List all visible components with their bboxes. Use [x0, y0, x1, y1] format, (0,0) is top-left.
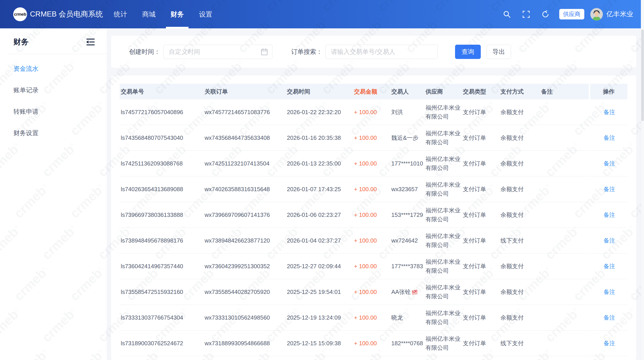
sidebar: 财务 资金流水 账单记录 转账申请 财务设置 — [0, 28, 107, 360]
nav-item-statistics[interactable]: 统计 — [109, 0, 132, 28]
table-row: ls743568480707543040wx743568464735633408… — [120, 125, 628, 151]
nav-item-finance[interactable]: 财务 — [166, 0, 188, 28]
transaction-id-cell: ls736042414967357440 — [120, 263, 204, 270]
fullscreen-icon[interactable] — [522, 10, 530, 18]
scrollbar-thumb[interactable] — [641, 29, 644, 121]
table-row: ls733313037766754304wx733313010562498560… — [120, 305, 628, 331]
table-row: ls735585472515932160wx735585440282705920… — [120, 279, 628, 305]
trader-cell: 182****0768 — [390, 340, 424, 347]
amount-cell: + 100.00 — [353, 186, 390, 193]
remark-action-link[interactable]: 备注 — [604, 314, 615, 322]
transaction-type-cell: 支付订单 — [462, 262, 499, 270]
trader-cell: AA张铨100 — [390, 288, 424, 296]
page-scrollbar[interactable] — [641, 0, 644, 360]
nav-item-settings[interactable]: 设置 — [194, 0, 217, 28]
amount-cell: + 100.00 — [353, 340, 390, 347]
transaction-id-cell: ls733313037766754304 — [120, 314, 204, 321]
payment-method-cell: 余额支付 — [499, 211, 540, 219]
related-order-cell: wx736042399251300352 — [204, 263, 286, 270]
transaction-type-cell: 支付订单 — [462, 108, 499, 116]
action-cell: 备注 — [590, 331, 628, 356]
remark-action-link[interactable]: 备注 — [604, 237, 615, 245]
amount-cell: + 100.00 — [353, 237, 390, 244]
payment-method-cell: 余额支付 — [499, 108, 540, 116]
supplier-cell: 福州亿丰米业有限公司 — [424, 334, 462, 352]
table-row: ls731890030762524672wx731889930954866688… — [120, 331, 628, 356]
username[interactable]: 亿丰米业 — [606, 9, 633, 19]
remark-action-link[interactable]: 备注 — [604, 288, 615, 296]
amount-cell: + 100.00 — [353, 263, 390, 270]
transaction-time-cell: 2025-12-15 15:09:38 — [286, 340, 353, 347]
transaction-id-cell: ls739669738036133888 — [120, 211, 204, 218]
search-icon[interactable] — [503, 10, 511, 18]
sidebar-item-finance-settings[interactable]: 财务设置 — [0, 122, 107, 144]
transactions-table: 交易单号 关联订单 交易时间 交易金额 交易人 供应商 交易类型 支付方式 备注… — [111, 75, 636, 360]
transaction-time-cell: 2026-01-16 20:35:38 — [286, 135, 353, 141]
sidebar-item-bill-records[interactable]: 账单记录 — [0, 79, 107, 101]
table-row: ls740263654313689088wx740263588316315648… — [120, 177, 628, 202]
col-header-type: 交易类型 — [462, 88, 499, 96]
payment-method-cell: 余额支付 — [499, 160, 540, 168]
supplier-cell: 福州亿丰米业有限公司 — [424, 206, 462, 224]
date-range-input[interactable]: 自定义时间 — [164, 45, 272, 59]
refresh-icon[interactable] — [541, 10, 550, 18]
trader-cell: 153****1729 — [390, 211, 424, 218]
related-order-cell: wx743568464735633408 — [204, 135, 286, 141]
create-time-label: 创建时间： — [129, 48, 160, 56]
menu-fold-icon[interactable] — [86, 38, 95, 45]
trader-cell: wx323657 — [390, 186, 424, 193]
supplier-cell: 福州亿丰米业有限公司 — [424, 155, 462, 173]
payment-method-cell: 线下支付 — [499, 340, 540, 347]
avatar[interactable] — [590, 8, 603, 20]
supplier-role-badge[interactable]: 供应商 — [559, 9, 584, 19]
transaction-type-cell: 支付订单 — [462, 185, 499, 193]
related-order-cell: wx731889930954866688 — [204, 340, 286, 347]
app-logo-text: crmeb — [14, 12, 26, 17]
transaction-time-cell: 2025-12-25 19:54:01 — [286, 289, 353, 295]
transaction-id-cell: ls731890030762524672 — [120, 340, 204, 347]
trader-cell: 177****1010 — [390, 160, 424, 167]
content-area: 创建时间： 自定义时间 订单搜索： 请输入交易单号/交易人 查询 导出 交易单号… — [107, 28, 644, 360]
query-button[interactable]: 查询 — [455, 45, 481, 59]
remark-action-link[interactable]: 备注 — [604, 160, 615, 168]
order-search-input[interactable]: 请输入交易单号/交易人 — [326, 45, 438, 59]
payment-method-cell: 余额支付 — [499, 185, 540, 193]
payment-method-cell: 余额支付 — [499, 262, 540, 270]
order-search-label: 订单搜索： — [291, 48, 322, 56]
transaction-id-cell: ls735585472515932160 — [120, 289, 204, 295]
remark-action-link[interactable]: 备注 — [604, 262, 615, 270]
payment-method-cell: 余额支付 — [499, 288, 540, 296]
amount-cell: + 100.00 — [353, 289, 390, 295]
remark-action-link[interactable]: 备注 — [604, 340, 615, 347]
table-header-row: 交易单号 关联订单 交易时间 交易金额 交易人 供应商 交易类型 支付方式 备注… — [120, 84, 628, 99]
supplier-cell: 福州亿丰米业有限公司 — [424, 129, 462, 147]
filter-bar: 创建时间： 自定义时间 订单搜索： 请输入交易单号/交易人 查询 导出 — [111, 36, 636, 68]
transaction-time-cell: 2026-01-07 17:43:25 — [286, 186, 353, 193]
col-header-supplier: 供应商 — [424, 88, 462, 96]
action-cell: 备注 — [590, 253, 628, 279]
payment-method-cell: 余额支付 — [499, 314, 540, 322]
transaction-time-cell: 2025-12-27 02:09:44 — [286, 263, 353, 270]
transaction-type-cell: 支付订单 — [462, 134, 499, 142]
col-header-payment: 支付方式 — [499, 88, 540, 96]
topbar-right: 供应商 亿丰米业 — [492, 8, 633, 20]
transaction-id-cell: ls745772176057040896 — [120, 109, 204, 116]
action-cell: 备注 — [590, 125, 628, 151]
amount-cell: + 100.00 — [353, 160, 390, 167]
transaction-id-cell: ls738948495678898176 — [120, 237, 204, 244]
transaction-time-cell: 2026-01-04 02:37:27 — [286, 237, 353, 244]
transaction-id-cell: ls742511362093088768 — [120, 160, 204, 167]
sidebar-item-capital-flow[interactable]: 资金流水 — [0, 58, 107, 79]
remark-action-link[interactable]: 备注 — [604, 185, 615, 193]
related-order-cell: wx735585440282705920 — [204, 289, 286, 295]
table-body: ls745772176057040896wx745772146571083776… — [120, 99, 628, 356]
sidebar-item-transfer-request[interactable]: 转账申请 — [0, 101, 107, 122]
remark-action-link[interactable]: 备注 — [604, 211, 615, 219]
table-row: ls738948495678898176wx738948426623877120… — [120, 228, 628, 253]
remark-action-link[interactable]: 备注 — [604, 108, 615, 116]
col-header-related-order: 关联订单 — [204, 88, 286, 96]
export-button[interactable]: 导出 — [486, 45, 511, 59]
remark-action-link[interactable]: 备注 — [604, 134, 615, 142]
nav-item-mall[interactable]: 商城 — [138, 0, 160, 28]
transaction-type-cell: 支付订单 — [462, 211, 499, 219]
